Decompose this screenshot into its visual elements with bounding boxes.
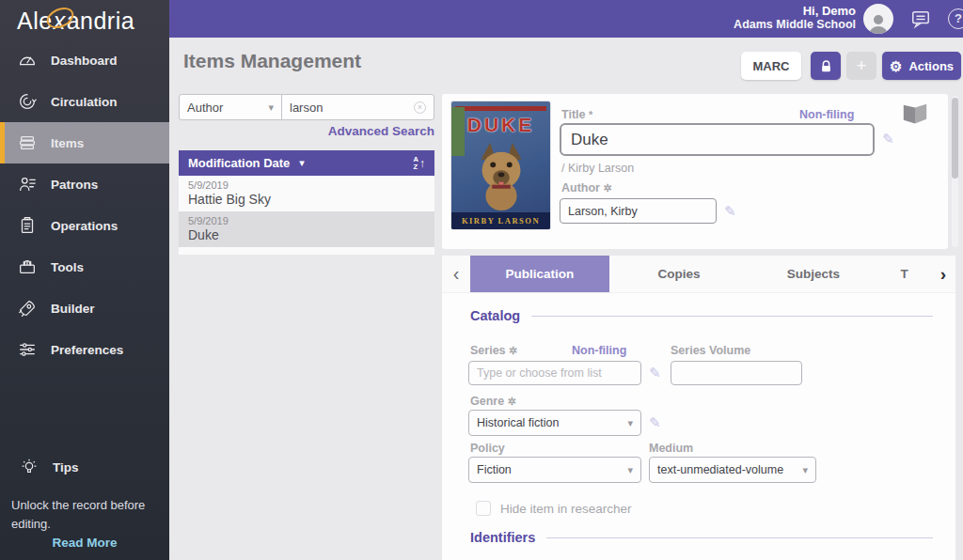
sidebar-item-circulation[interactable]: Circulation bbox=[0, 81, 169, 122]
statement-of-responsibility: / Kirby Larson bbox=[561, 162, 634, 175]
help-glyph: ? bbox=[955, 11, 962, 25]
tabs-scroll-right-icon[interactable]: › bbox=[931, 264, 955, 285]
medium-select[interactable]: text-unmediated-volume ▾ bbox=[649, 457, 816, 483]
series-volume-label: Series Volume bbox=[671, 344, 750, 357]
card-scrollbar-track[interactable] bbox=[952, 96, 958, 247]
add-item-button[interactable]: + bbox=[846, 52, 876, 80]
cover-dog-art bbox=[465, 139, 538, 212]
series-input[interactable] bbox=[468, 361, 641, 385]
author-input[interactable] bbox=[560, 198, 717, 224]
sidebar-item-label: Circulation bbox=[51, 95, 118, 109]
search-field-value: Author bbox=[187, 101, 223, 115]
edit-author-pencil-icon[interactable]: ✎ bbox=[724, 203, 736, 220]
policy-select[interactable]: Fiction ▾ bbox=[468, 457, 641, 483]
sidebar-item-label: Dashboard bbox=[51, 54, 118, 68]
result-date: 5/9/2019 bbox=[188, 179, 434, 191]
person-icon bbox=[867, 11, 890, 34]
lock-icon bbox=[819, 59, 833, 73]
app-window: Alexandria Dashboard Circulation Items P… bbox=[0, 0, 963, 560]
brand-logo: Alexandria bbox=[0, 0, 169, 41]
series-volume-input[interactable] bbox=[671, 361, 802, 385]
dashboard-icon bbox=[17, 50, 38, 70]
gear-icon: ⚙ bbox=[890, 59, 902, 73]
result-list-footer bbox=[179, 247, 434, 255]
tabs-scroll-left-icon[interactable]: ‹ bbox=[442, 263, 470, 285]
cover-author: KIRBY LARSON bbox=[451, 212, 550, 229]
sidebar-item-builder[interactable]: Builder bbox=[0, 288, 169, 329]
user-greeting: Hi, Demo Adams Middle School bbox=[734, 4, 856, 31]
result-title: Duke bbox=[188, 227, 434, 242]
policy-label: Policy bbox=[470, 442, 505, 455]
marc-button[interactable]: MARC bbox=[741, 52, 801, 80]
builder-icon bbox=[17, 298, 38, 319]
hide-item-label: Hide item in researcher bbox=[500, 502, 632, 516]
tab-title-partial[interactable]: T bbox=[878, 256, 930, 293]
author-label: Author ✲ bbox=[561, 181, 612, 194]
read-more-link[interactable]: Read More bbox=[0, 536, 169, 550]
user-avatar[interactable] bbox=[863, 4, 893, 34]
catalog-section-header: Catalog bbox=[470, 308, 933, 323]
tips-header: Tips bbox=[0, 457, 169, 477]
sidebar-item-preferences[interactable]: Preferences bbox=[0, 329, 169, 370]
tab-publication[interactable]: Publication bbox=[470, 256, 609, 293]
hide-item-checkbox[interactable] bbox=[476, 501, 491, 516]
help-icon[interactable]: ? bbox=[948, 8, 963, 29]
required-marker: * bbox=[589, 109, 592, 120]
title-label: Title * bbox=[561, 108, 592, 121]
sidebar-item-dashboard[interactable]: Dashboard bbox=[0, 39, 169, 81]
circulation-icon bbox=[17, 91, 38, 112]
title-input[interactable] bbox=[560, 123, 875, 156]
card-scrollbar-thumb[interactable] bbox=[952, 98, 958, 179]
result-date: 5/9/2019 bbox=[188, 215, 434, 226]
catalog-heading: Catalog bbox=[470, 308, 520, 323]
series-nonfiling-label: Non-filing bbox=[572, 344, 626, 357]
lock-button[interactable] bbox=[811, 52, 841, 80]
caret-down-icon: ▾ bbox=[627, 417, 633, 429]
sidebar-item-label: Operations bbox=[51, 219, 118, 233]
result-row-duke[interactable]: 5/9/2019 Duke bbox=[179, 211, 434, 247]
actions-label: Actions bbox=[908, 59, 954, 73]
main-area: Items Management MARC + ⚙ Actions Author… bbox=[169, 38, 963, 560]
cover-tagline-bar bbox=[455, 106, 546, 111]
items-icon bbox=[17, 132, 38, 153]
caret-down-icon: ▾ bbox=[299, 157, 305, 169]
caret-down-icon: ▾ bbox=[627, 464, 633, 476]
open-book-icon[interactable] bbox=[901, 103, 929, 130]
phrase-marker-icon: ✲ bbox=[603, 182, 611, 194]
search-field-select[interactable]: Author ▾ bbox=[179, 94, 282, 120]
tip-text: Unlock the record before editing. bbox=[11, 496, 162, 533]
sidebar-item-operations[interactable]: Operations bbox=[0, 205, 169, 246]
book-cover-image: DUKE KIRBY LARSON bbox=[451, 101, 550, 229]
sidebar-nav: Dashboard Circulation Items Patrons Oper… bbox=[0, 39, 169, 370]
search-input-box[interactable]: larson × bbox=[281, 94, 434, 120]
caret-down-icon: ▾ bbox=[268, 101, 274, 114]
edit-genre-pencil-icon[interactable]: ✎ bbox=[649, 414, 661, 431]
chat-icon[interactable] bbox=[910, 8, 931, 29]
sort-field-label: Modification Date bbox=[188, 156, 290, 170]
sort-bar[interactable]: Modification Date ▾ AZ ↑ bbox=[179, 150, 434, 176]
topbar: Hi, Demo Adams Middle School ? bbox=[169, 0, 963, 38]
section-divider bbox=[546, 537, 933, 538]
edit-series-pencil-icon[interactable]: ✎ bbox=[649, 365, 661, 381]
sidebar-item-items[interactable]: Items bbox=[0, 122, 169, 163]
phrase-marker-icon: ✲ bbox=[509, 345, 517, 356]
sidebar-item-tools[interactable]: Tools bbox=[0, 246, 169, 288]
sort-direction-icon[interactable]: AZ ↑ bbox=[414, 156, 425, 171]
clear-glyph: × bbox=[418, 102, 422, 112]
tab-copies[interactable]: Copies bbox=[609, 256, 749, 293]
genre-select[interactable]: Historical fiction ▾ bbox=[468, 410, 641, 436]
lightbulb-icon bbox=[19, 457, 39, 477]
actions-button[interactable]: ⚙ Actions bbox=[882, 52, 961, 80]
record-tabs: ‹ Publication Copies Subjects T › bbox=[442, 256, 955, 293]
sidebar: Alexandria Dashboard Circulation Items P… bbox=[0, 0, 169, 560]
cover-title: DUKE bbox=[451, 114, 550, 136]
sidebar-item-patrons[interactable]: Patrons bbox=[0, 163, 169, 205]
plus-icon: + bbox=[856, 55, 866, 76]
clear-search-icon[interactable]: × bbox=[414, 101, 426, 114]
edit-title-pencil-icon[interactable]: ✎ bbox=[882, 131, 894, 148]
result-row-hattie-big-sky[interactable]: 5/9/2019 Hattie Big Sky bbox=[179, 176, 434, 211]
advanced-search-link[interactable]: Advanced Search bbox=[179, 124, 434, 138]
identifiers-section-header: Identifiers bbox=[470, 530, 933, 545]
tab-subjects[interactable]: Subjects bbox=[749, 256, 878, 293]
brand-text: andria bbox=[67, 8, 135, 35]
